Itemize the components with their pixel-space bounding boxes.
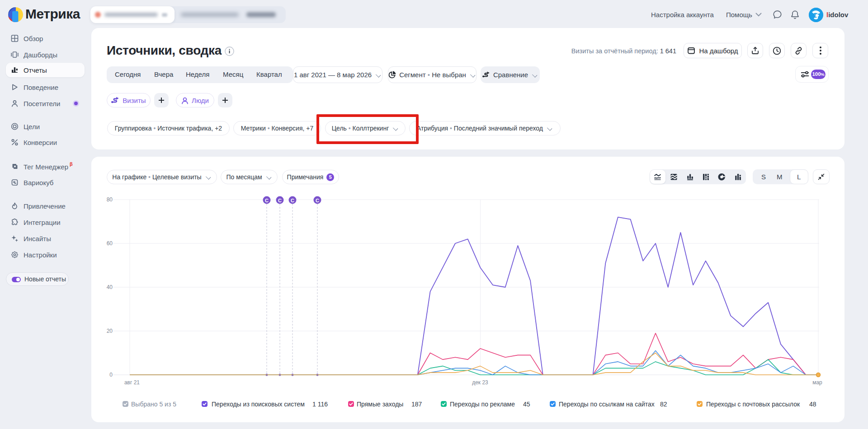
svg-text:40: 40 [107,284,113,290]
svg-text:60: 60 [107,240,113,247]
svg-text:мар: мар [812,379,822,386]
svg-text:0: 0 [109,372,113,378]
svg-text:C: C [291,198,294,203]
svg-text:авг 21: авг 21 [124,379,140,386]
svg-text:C: C [265,198,269,203]
svg-text:80: 80 [107,196,113,203]
svg-text:C: C [278,198,282,203]
svg-text:C: C [316,198,319,203]
svg-text:дек 23: дек 23 [472,379,488,386]
svg-text:20: 20 [107,328,113,334]
